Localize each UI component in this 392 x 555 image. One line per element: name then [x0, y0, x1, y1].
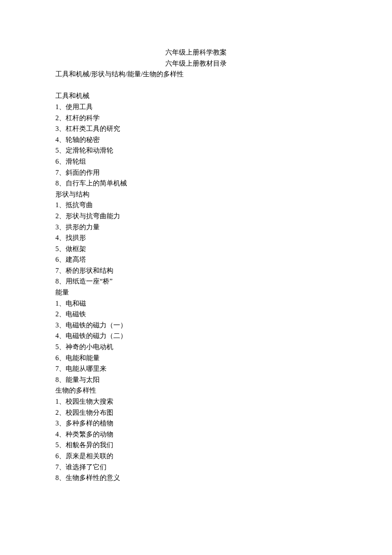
toc-item: 8、生物多样性的意义	[55, 472, 337, 483]
toc-item: 4、电磁铁的磁力（二）	[55, 330, 337, 341]
section-heading: 工具和机械	[55, 90, 337, 101]
toc-item: 2、形状与抗弯曲能力	[55, 211, 337, 222]
section-heading: 能量	[55, 287, 337, 298]
main-title: 六年级上册科学教案	[55, 47, 337, 58]
toc-item: 2、杠杆的科学	[55, 113, 337, 124]
toc-item: 5、神奇的小电动机	[55, 341, 337, 353]
toc-item: 1、电和磁	[55, 298, 337, 309]
toc-item: 2、电磁铁	[55, 309, 337, 320]
section-heading: 形状与结构	[55, 189, 337, 200]
summary-line: 工具和机械/形状与结构/能量/生物的多样性	[55, 69, 337, 80]
toc-item: 7、斜面的作用	[55, 167, 337, 178]
toc-item: 5、定滑轮和动滑轮	[55, 145, 337, 156]
toc-item: 1、抵抗弯曲	[55, 199, 337, 211]
toc-item: 5、做框架	[55, 243, 337, 254]
toc-item: 8、用纸造一座“桥”	[55, 276, 337, 287]
toc-item: 8、自行车上的简单机械	[55, 178, 337, 189]
toc-item: 4、种类繁多的动物	[55, 429, 337, 440]
toc-item: 6、原来是相关联的	[55, 451, 337, 462]
toc-item: 8、能量与太阳	[55, 374, 337, 385]
toc-item: 2、校园生物分布图	[55, 407, 337, 418]
toc-item: 3、多种多样的植物	[55, 418, 337, 429]
toc-item: 7、桥的形状和结构	[55, 265, 337, 276]
toc-item: 4、轮轴的秘密	[55, 134, 337, 145]
toc-item: 3、杠杆类工具的研究	[55, 123, 337, 134]
spacer	[55, 80, 337, 91]
toc-item: 7、谁选择了它们	[55, 462, 337, 473]
toc-item: 3、拱形的力量	[55, 222, 337, 233]
toc-item: 4、找拱形	[55, 232, 337, 243]
toc-item: 5、相貌各异的我们	[55, 439, 337, 451]
toc-item: 7、电能从哪里来	[55, 363, 337, 374]
section-heading: 生物的多样性	[55, 385, 337, 396]
toc-item: 6、电能和能量	[55, 353, 337, 364]
toc-item: 6、滑轮组	[55, 156, 337, 167]
sub-title: 六年级上册教材目录	[55, 58, 337, 69]
toc-item: 3、电磁铁的磁力（一）	[55, 320, 337, 331]
toc-item: 1、使用工具	[55, 101, 337, 113]
toc-item: 1、校园生物大搜索	[55, 396, 337, 407]
toc-item: 6、建高塔	[55, 254, 337, 265]
